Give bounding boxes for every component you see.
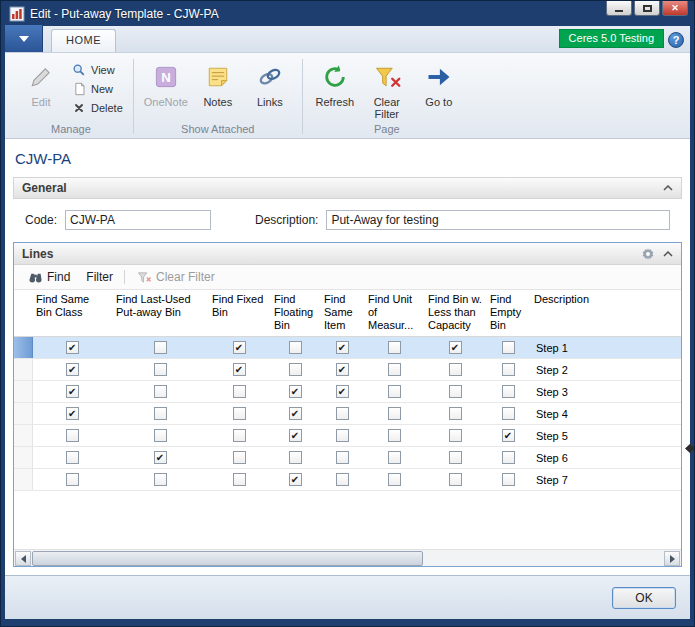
column-header-6[interactable]: Find Unit of Measur... xyxy=(364,290,424,337)
checkbox-unchecked[interactable] xyxy=(66,429,79,442)
checkbox-unchecked[interactable] xyxy=(449,429,462,442)
checkbox-cell[interactable]: ✔ xyxy=(32,359,112,381)
description-cell[interactable]: Step 2 xyxy=(530,359,681,381)
description-cell[interactable]: Step 7 xyxy=(530,469,681,491)
checkbox-cell[interactable] xyxy=(486,469,530,491)
checkbox-unchecked[interactable] xyxy=(502,363,515,376)
scrollbar-thumb[interactable] xyxy=(32,551,423,566)
checkbox-cell[interactable]: ✔ xyxy=(424,337,486,359)
column-header-8[interactable]: Find Empty Bin xyxy=(486,290,530,337)
checkbox-cell[interactable] xyxy=(364,447,424,469)
checkbox-cell[interactable] xyxy=(424,359,486,381)
checkbox-cell[interactable] xyxy=(112,425,208,447)
description-cell[interactable]: Step 1 xyxy=(530,337,681,359)
checkbox-checked[interactable]: ✔ xyxy=(336,385,349,398)
checkbox-cell[interactable]: ✔ xyxy=(112,447,208,469)
checkbox-checked[interactable]: ✔ xyxy=(336,341,349,354)
checkbox-cell[interactable] xyxy=(486,381,530,403)
checkbox-cell[interactable] xyxy=(320,425,364,447)
checkbox-checked[interactable]: ✔ xyxy=(289,429,302,442)
table-row[interactable]: ✔✔✔✔Step 1 xyxy=(14,337,681,359)
checkbox-checked[interactable]: ✔ xyxy=(233,363,246,376)
checkbox-cell[interactable] xyxy=(364,425,424,447)
checkbox-unchecked[interactable] xyxy=(449,473,462,486)
column-header-9[interactable]: Description xyxy=(530,290,681,337)
checkbox-unchecked[interactable] xyxy=(388,385,401,398)
checkbox-cell[interactable] xyxy=(320,403,364,425)
table-row[interactable]: ✔✔✔Step 2 xyxy=(14,359,681,381)
code-input[interactable] xyxy=(65,210,211,230)
row-selector[interactable] xyxy=(14,469,32,491)
filter-button[interactable]: Filter xyxy=(81,268,118,286)
checkbox-unchecked[interactable] xyxy=(66,451,79,464)
checkbox-unchecked[interactable] xyxy=(502,473,515,486)
column-header-4[interactable]: Find Floating Bin xyxy=(270,290,320,337)
checkbox-unchecked[interactable] xyxy=(336,429,349,442)
maximize-button[interactable] xyxy=(634,1,660,16)
checkbox-cell[interactable] xyxy=(270,359,320,381)
checkbox-unchecked[interactable] xyxy=(336,407,349,420)
table-row[interactable]: ✔Step 6 xyxy=(14,447,681,469)
checkbox-cell[interactable]: ✔ xyxy=(208,337,270,359)
checkbox-checked[interactable]: ✔ xyxy=(66,363,79,376)
checkbox-cell[interactable] xyxy=(364,469,424,491)
checkbox-unchecked[interactable] xyxy=(336,473,349,486)
checkbox-cell[interactable] xyxy=(486,403,530,425)
find-button[interactable]: Find xyxy=(22,267,75,287)
refresh-button[interactable]: Refresh xyxy=(309,57,361,108)
checkbox-cell[interactable] xyxy=(112,359,208,381)
checkbox-unchecked[interactable] xyxy=(233,451,246,464)
checkbox-cell[interactable] xyxy=(270,447,320,469)
table-row[interactable]: ✔✔Step 4 xyxy=(14,403,681,425)
checkbox-cell[interactable] xyxy=(364,403,424,425)
checkbox-checked[interactable]: ✔ xyxy=(289,407,302,420)
checkbox-checked[interactable]: ✔ xyxy=(66,385,79,398)
lines-section-header[interactable]: Lines xyxy=(14,243,681,265)
checkbox-unchecked[interactable] xyxy=(66,473,79,486)
checkbox-cell[interactable] xyxy=(112,403,208,425)
edit-button[interactable]: Edit xyxy=(15,57,67,108)
checkbox-cell[interactable]: ✔ xyxy=(320,381,364,403)
horizontal-scrollbar[interactable] xyxy=(14,549,681,566)
checkbox-unchecked[interactable] xyxy=(233,407,246,420)
checkbox-checked[interactable]: ✔ xyxy=(289,385,302,398)
checkbox-unchecked[interactable] xyxy=(154,429,167,442)
scrollbar-track[interactable] xyxy=(32,551,663,565)
close-button[interactable]: ✕ xyxy=(662,1,688,16)
column-header-2[interactable]: Find Last-Used Put-away Bin xyxy=(112,290,208,337)
checkbox-cell[interactable] xyxy=(486,337,530,359)
checkbox-cell[interactable] xyxy=(112,381,208,403)
ok-button[interactable]: OK xyxy=(612,587,676,609)
row-selector[interactable] xyxy=(14,381,32,403)
checkbox-unchecked[interactable] xyxy=(388,341,401,354)
checkbox-unchecked[interactable] xyxy=(289,451,302,464)
checkbox-cell[interactable] xyxy=(270,337,320,359)
row-selector[interactable] xyxy=(14,447,32,469)
checkbox-cell[interactable]: ✔ xyxy=(208,359,270,381)
checkbox-cell[interactable] xyxy=(32,447,112,469)
checkbox-cell[interactable] xyxy=(320,447,364,469)
general-section-header[interactable]: General xyxy=(13,177,682,199)
checkbox-cell[interactable] xyxy=(112,337,208,359)
checkbox-cell[interactable] xyxy=(208,381,270,403)
checkbox-unchecked[interactable] xyxy=(502,407,515,420)
checkbox-unchecked[interactable] xyxy=(502,385,515,398)
checkbox-checked[interactable]: ✔ xyxy=(154,451,167,464)
row-selector[interactable] xyxy=(14,425,32,447)
checkbox-cell[interactable] xyxy=(208,403,270,425)
description-input[interactable] xyxy=(326,210,670,230)
application-menu-button[interactable] xyxy=(5,25,43,52)
checkbox-unchecked[interactable] xyxy=(289,363,302,376)
new-button[interactable]: New xyxy=(67,79,127,98)
column-header-7[interactable]: Find Bin w. Less than Capacity xyxy=(424,290,486,337)
checkbox-cell[interactable]: ✔ xyxy=(32,381,112,403)
column-header-1[interactable]: Find Same Bin Class xyxy=(32,290,112,337)
checkbox-cell[interactable] xyxy=(424,425,486,447)
checkbox-checked[interactable]: ✔ xyxy=(66,407,79,420)
onenote-button[interactable]: N OneNote xyxy=(140,57,192,108)
row-selector[interactable] xyxy=(14,359,32,381)
checkbox-cell[interactable]: ✔ xyxy=(320,359,364,381)
checkbox-cell[interactable] xyxy=(424,447,486,469)
checkbox-unchecked[interactable] xyxy=(233,429,246,442)
checkbox-cell[interactable] xyxy=(208,447,270,469)
